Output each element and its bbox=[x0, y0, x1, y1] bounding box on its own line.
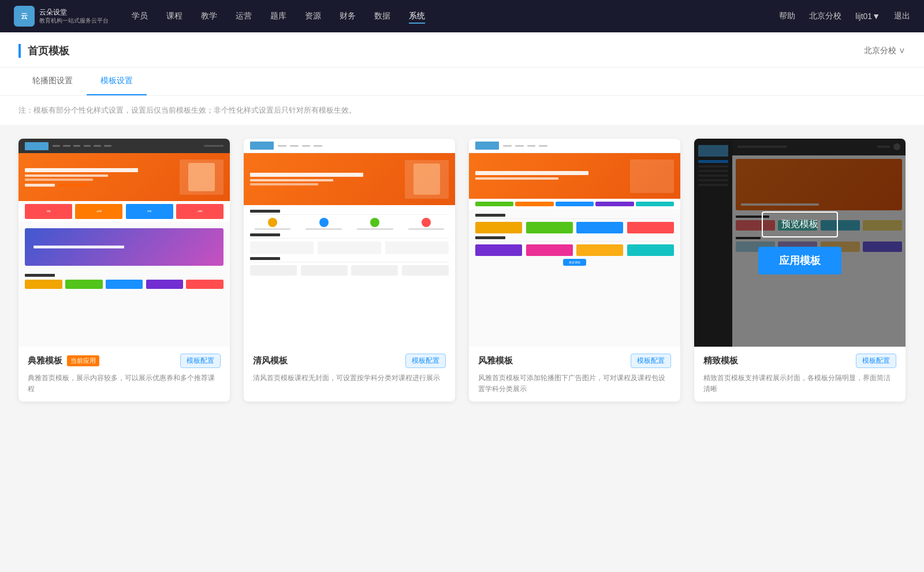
template-footer-4: 精致模板 模板配置 精致首页模板支持课程展示封面，各模板分隔明显，界面简洁清晰 bbox=[694, 347, 906, 402]
template-preview-2 bbox=[244, 139, 455, 347]
mockup2-avatar bbox=[370, 218, 379, 227]
mockup2-teacher-card bbox=[250, 265, 297, 276]
nav-item-finance[interactable]: 财务 bbox=[340, 9, 356, 24]
mockup-logo bbox=[25, 142, 49, 150]
nav-item-system[interactable]: 系统 bbox=[409, 9, 425, 24]
template-footer-1: 典雅模板 当前应用 模板配置 典雅首页模板，展示内容较多，可以展示优惠券和多个推… bbox=[18, 347, 230, 402]
mockup3-banner-line2 bbox=[475, 177, 558, 180]
mockup3-course-row2 bbox=[475, 244, 674, 256]
template-card-4: 预览模板 应用模板 精致模板 模板配置 精致首页模板支持课程展示封面，各模板分隔… bbox=[694, 139, 906, 402]
mockup3-cat-orange bbox=[515, 202, 553, 206]
mockup-banner-line1 bbox=[25, 168, 138, 172]
mockup-nav-dot bbox=[53, 145, 60, 147]
config-button-4[interactable]: 模板配置 bbox=[856, 354, 896, 368]
preview-button-4[interactable]: 预览模板 bbox=[762, 211, 838, 237]
mockup3-course-card2 bbox=[576, 244, 623, 256]
mockup-promo-card-orange: +200 bbox=[75, 204, 122, 218]
mockup-promo-card-blue: ¥30 bbox=[126, 204, 173, 218]
mockup-row bbox=[25, 280, 223, 289]
mockup3-course-card bbox=[526, 222, 573, 233]
current-badge: 当前应用 bbox=[67, 355, 99, 366]
help-link[interactable]: 帮助 bbox=[779, 11, 795, 21]
nav-item-teaching[interactable]: 教学 bbox=[201, 9, 217, 24]
mockup3-course-row bbox=[475, 222, 674, 233]
mockup2-teacher-card bbox=[402, 265, 449, 276]
mockup2-banner-line1 bbox=[250, 173, 363, 177]
mockup-cta-text bbox=[33, 246, 124, 248]
config-button-3[interactable]: 模板配置 bbox=[631, 354, 671, 368]
mockup3-course-card2 bbox=[627, 244, 674, 256]
nav-item-students[interactable]: 学员 bbox=[132, 9, 148, 24]
mockup-fengya: 更多课程 bbox=[469, 139, 680, 347]
mockup-header bbox=[18, 139, 230, 153]
mockup2-body bbox=[244, 205, 455, 347]
mockup2-logo bbox=[250, 142, 274, 149]
mockup-dianya: ¥30 +200 ¥30 +200 bbox=[18, 139, 230, 347]
nav-item-data[interactable]: 数据 bbox=[374, 9, 390, 24]
mockup2-banner-line3 bbox=[250, 183, 318, 185]
mockup2-name bbox=[305, 228, 342, 230]
mockup3-course-card2 bbox=[526, 244, 573, 256]
mockup2-banner-img bbox=[405, 160, 449, 199]
mockup2-nav-dot bbox=[314, 145, 322, 147]
mockup3-cat-blue bbox=[556, 202, 594, 206]
mockup-qingfeng bbox=[244, 139, 455, 347]
template-desc-4: 精致首页模板支持课程展示封面，各模板分隔明显，界面简洁清晰 bbox=[703, 373, 896, 395]
logout-link[interactable]: 退出 bbox=[894, 11, 910, 21]
mockup2-teacher-card bbox=[301, 265, 348, 276]
template-title-row-4: 精致模板 模板配置 bbox=[703, 354, 896, 368]
mockup-banner-line3 bbox=[25, 179, 93, 181]
tab-template[interactable]: 模板设置 bbox=[87, 68, 147, 95]
mockup3-btn-row: 更多课程 bbox=[475, 259, 674, 266]
mockup-cta-banner bbox=[25, 228, 223, 266]
branch-link[interactable]: 北京分校 bbox=[809, 11, 841, 21]
template-desc-3: 风雅首页模板可添加轮播图下广告图片，可对课程及课程包设置学科分类展示 bbox=[478, 373, 671, 395]
mockup2-courses bbox=[250, 242, 449, 254]
mockup2-course bbox=[318, 242, 381, 254]
mockup3-nav-dot bbox=[527, 145, 536, 147]
nav-menu: 学员 课程 教学 运营 题库 资源 财务 数据 系统 bbox=[132, 9, 779, 24]
logo[interactable]: 云 云朵设堂 教育机构一站式服务云平台 bbox=[14, 6, 109, 27]
mockup3-header bbox=[469, 139, 680, 153]
mockup2-nav-dot bbox=[290, 145, 299, 147]
mockup2-sec-title3 bbox=[250, 257, 280, 260]
mockup3-course-card2 bbox=[475, 244, 522, 256]
mockup2-avatar bbox=[319, 218, 329, 227]
config-button-2[interactable]: 模板配置 bbox=[405, 354, 446, 368]
divider bbox=[250, 238, 449, 239]
mockup3-more-btn: 更多课程 bbox=[563, 259, 586, 266]
user-dropdown[interactable]: lijt01▼ bbox=[855, 12, 880, 21]
nav-item-operations[interactable]: 运营 bbox=[236, 9, 252, 24]
template-title-row-3: 风雅模板 模板配置 bbox=[478, 354, 671, 368]
navigation: 云 云朵设堂 教育机构一站式服务云平台 学员 课程 教学 运营 题库 资源 财务… bbox=[0, 0, 924, 32]
tabs-container: 轮播图设置 模板设置 bbox=[0, 68, 924, 96]
template-overlay-4: 预览模板 应用模板 bbox=[694, 139, 906, 347]
template-name-3: 风雅模板 bbox=[478, 355, 513, 366]
config-button-1[interactable]: 模板配置 bbox=[180, 354, 221, 368]
promo-val: +200 bbox=[197, 210, 202, 213]
mockup2-avatar bbox=[422, 218, 431, 227]
mockup-nav-dot bbox=[104, 145, 111, 147]
logo-text: 云朵设堂 教育机构一站式服务云平台 bbox=[39, 8, 109, 25]
tab-carousel[interactable]: 轮播图设置 bbox=[18, 68, 87, 95]
branch-selector[interactable]: 北京分校 ∨ bbox=[864, 46, 906, 56]
note-text: 注：模板有部分个性化样式设置，设置后仅当前模板生效；非个性化样式设置后只针对所有… bbox=[0, 96, 924, 125]
template-footer-3: 风雅模板 模板配置 风雅首页模板可添加轮播图下广告图片，可对课程及课程包设置学科… bbox=[469, 347, 680, 402]
template-preview-1: ¥30 +200 ¥30 +200 bbox=[18, 139, 230, 347]
mockup2-course bbox=[250, 242, 314, 254]
mockup3-cat-purple bbox=[595, 202, 634, 206]
promo-val: +200 bbox=[96, 210, 102, 213]
mockup-section bbox=[18, 270, 230, 296]
mockup2-person bbox=[301, 218, 346, 230]
nav-item-courses[interactable]: 课程 bbox=[166, 9, 182, 24]
mockup-sec-title bbox=[25, 274, 55, 277]
mockup-thumb bbox=[146, 280, 184, 289]
apply-button-4[interactable]: 应用模板 bbox=[758, 247, 841, 274]
nav-item-questions[interactable]: 题库 bbox=[270, 9, 286, 24]
mockup3-course-card bbox=[576, 222, 623, 233]
template-card-2: 清风模板 模板配置 清风首页模板课程无封面，可设置按学科分类对课程进行展示 bbox=[244, 139, 455, 402]
mockup-nav-dot bbox=[94, 145, 101, 147]
mockup-nav-dot bbox=[63, 145, 70, 147]
nav-item-resources[interactable]: 资源 bbox=[305, 9, 321, 24]
mockup2-banner-line2 bbox=[250, 179, 333, 181]
